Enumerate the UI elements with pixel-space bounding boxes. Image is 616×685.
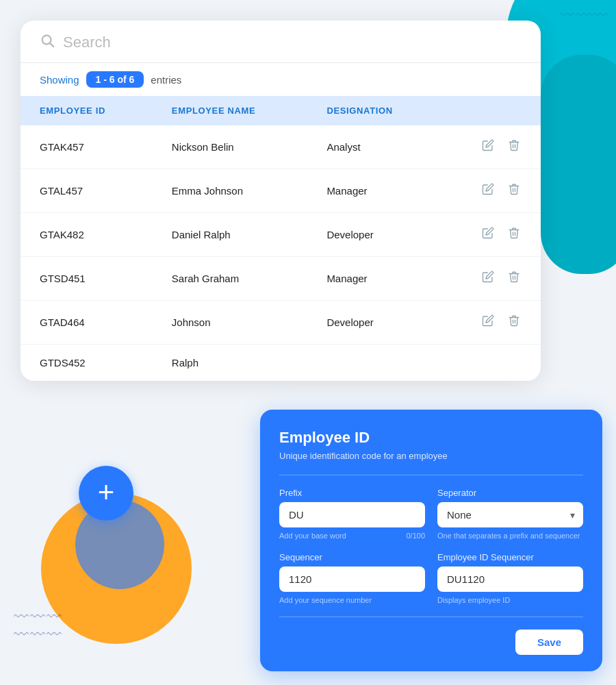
prefix-input[interactable] xyxy=(279,502,425,527)
edit-button[interactable] xyxy=(480,313,496,332)
add-employee-button[interactable]: + xyxy=(79,466,133,521)
cell-designation xyxy=(307,345,439,382)
entries-badge: 1 - 6 of 6 xyxy=(86,71,144,88)
prefix-label: Prefix xyxy=(279,488,425,498)
col-header-designation: DESIGNATION xyxy=(307,96,439,125)
table-row: GTAK457Nickson BelinAnalyst xyxy=(21,125,541,169)
cell-designation: Manager xyxy=(307,169,439,213)
separator-select-wrap: None - _ / ▾ xyxy=(437,502,583,527)
wavy-decoration-top: 〰〰〰 xyxy=(560,7,609,25)
table-row: GTAK482Daniel RalphDeveloper xyxy=(21,213,541,257)
cell-employee-name: Sarah Graham xyxy=(153,257,308,301)
separator-hint: One that separates a prefix and sequence… xyxy=(437,532,583,540)
cell-employee-id: GTAL457 xyxy=(21,169,153,213)
cell-employee-id: GTAK457 xyxy=(21,125,153,169)
cell-actions xyxy=(440,125,541,169)
cell-designation: Developer xyxy=(307,213,439,257)
table-row: GTAD464JohnsonDeveloper xyxy=(21,301,541,345)
prefix-field: Prefix Add your base word 0/100 xyxy=(279,488,425,540)
config-footer-divider xyxy=(279,616,583,617)
config-divider xyxy=(279,475,583,475)
table-header-row: EMPLOYEE ID EMPLOYEE NAME DESIGNATION xyxy=(21,96,541,125)
cell-designation: Analyst xyxy=(307,125,439,169)
search-bar xyxy=(21,21,541,63)
table-row: GTDS452Ralph xyxy=(21,345,541,382)
cell-employee-id: GTAK482 xyxy=(21,213,153,257)
cell-employee-id: GTAD464 xyxy=(21,301,153,345)
cell-designation: Developer xyxy=(307,301,439,345)
delete-button[interactable] xyxy=(506,269,522,288)
cell-actions xyxy=(440,169,541,213)
cell-employee-id: GTDS452 xyxy=(21,345,153,382)
entries-text: entries xyxy=(151,74,181,86)
prefix-hint: Add your base word 0/100 xyxy=(279,532,425,540)
col-header-actions xyxy=(440,96,541,125)
col-header-id: EMPLOYEE ID xyxy=(21,96,153,125)
bg-teal-rect xyxy=(541,55,616,274)
save-button[interactable]: Save xyxy=(515,630,583,655)
config-row-2: Sequencer Add your sequence number Emplo… xyxy=(279,552,583,604)
config-footer: Save xyxy=(279,630,583,655)
sequencer-label: Sequencer xyxy=(279,552,425,562)
edit-button[interactable] xyxy=(480,138,496,156)
edit-button[interactable] xyxy=(480,269,496,288)
table-row: GTAL457Emma JohnsonManager xyxy=(21,169,541,213)
edit-button[interactable] xyxy=(480,182,496,200)
separator-label: Seperator xyxy=(437,488,583,498)
sequencer-field: Sequencer Add your sequence number xyxy=(279,552,425,604)
cell-employee-name: Daniel Ralph xyxy=(153,213,308,257)
cell-actions xyxy=(440,301,541,345)
employee-table: EMPLOYEE ID EMPLOYEE NAME DESIGNATION GT… xyxy=(21,96,541,381)
cell-employee-name: Emma Johnson xyxy=(153,169,308,213)
cell-designation: Manager xyxy=(307,257,439,301)
table-row: GTSD451Sarah GrahamManager xyxy=(21,257,541,301)
employee-id-seq-input[interactable] xyxy=(437,566,583,592)
showing-label: Showing xyxy=(40,74,79,86)
cell-actions xyxy=(440,257,541,301)
separator-select[interactable]: None - _ / xyxy=(437,502,583,527)
cell-actions xyxy=(440,213,541,257)
cell-actions xyxy=(440,345,541,382)
delete-button[interactable] xyxy=(506,225,522,244)
plus-icon: + xyxy=(98,478,115,507)
sequencer-input[interactable] xyxy=(279,566,425,592)
cell-employee-id: GTSD451 xyxy=(21,257,153,301)
sequencer-hint: Add your sequence number xyxy=(279,596,425,604)
col-header-name: EMPLOYEE NAME xyxy=(153,96,308,125)
svg-line-1 xyxy=(50,43,53,47)
cell-employee-name: Nickson Belin xyxy=(153,125,308,169)
table-card: Showing 1 - 6 of 6 entries EMPLOYEE ID E… xyxy=(21,21,541,381)
delete-button[interactable] xyxy=(506,138,522,156)
search-input[interactable] xyxy=(63,34,522,51)
employee-id-seq-label: Employee ID Sequencer xyxy=(437,552,583,562)
delete-button[interactable] xyxy=(506,182,522,200)
employee-id-seq-hint: Displays employee ID xyxy=(437,596,583,604)
separator-field: Seperator None - _ / ▾ One that separate… xyxy=(437,488,583,540)
employee-id-seq-field: Employee ID Sequencer Displays employee … xyxy=(437,552,583,604)
wavy-decoration-bottom: 〰〰〰〰〰〰 xyxy=(14,608,63,644)
search-icon xyxy=(40,33,55,51)
showing-row: Showing 1 - 6 of 6 entries xyxy=(21,63,541,96)
config-card-subtitle: Unique identification code for an employ… xyxy=(279,451,583,461)
cell-employee-name: Ralph xyxy=(153,345,308,382)
delete-button[interactable] xyxy=(506,313,522,332)
edit-button[interactable] xyxy=(480,225,496,244)
config-card-title: Employee ID xyxy=(279,429,583,447)
config-row-1: Prefix Add your base word 0/100 Seperato… xyxy=(279,488,583,540)
cell-employee-name: Johnson xyxy=(153,301,308,345)
config-card: Employee ID Unique identification code f… xyxy=(260,410,602,671)
